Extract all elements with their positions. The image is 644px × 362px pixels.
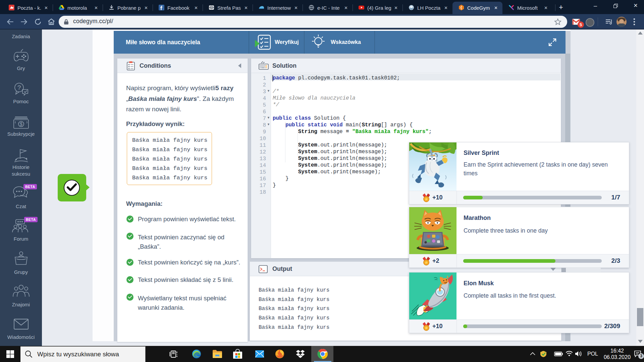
svg-text:$: $	[20, 121, 22, 127]
svg-text:{: {	[460, 6, 462, 10]
svg-text:?: ?	[17, 84, 21, 91]
svg-text:PKP: PKP	[210, 7, 213, 9]
